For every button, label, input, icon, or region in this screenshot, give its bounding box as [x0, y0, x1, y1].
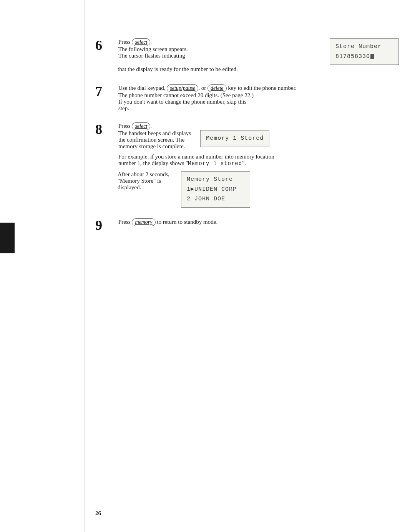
step-9-number: 9	[95, 218, 114, 232]
lcd-display-step6: Store Number 817858330	[330, 38, 399, 65]
select-key-1: select	[132, 38, 150, 46]
lcd2-line2: 1►UNIDEN CORP	[187, 185, 244, 195]
step-7-content: Use the dial keypad, setup/pause, or del…	[118, 84, 399, 112]
step-7-line2: The phone number cannot exceed 20 digits…	[118, 92, 399, 99]
step-7-line3: If you don't want to change the phone nu…	[118, 99, 399, 105]
step-8-after-section: After about 2 seconds, "Memory Store" is…	[118, 171, 399, 208]
step-6-row: 6 Press select. The following screen app…	[95, 38, 399, 65]
step-9-row: 9 Press memory to return to standby mode…	[95, 218, 399, 232]
step-8-inner: Press select. The handset beeps and disp…	[118, 122, 399, 150]
page-border	[85, 0, 85, 532]
step-8-line3: memory storage is complete.	[118, 143, 191, 150]
after-pause-line2: "Memory Store" is	[118, 178, 169, 184]
step-8-row: 8 Press select. The handset beeps and di…	[95, 122, 399, 167]
step-8-text: Press select. The handset beeps and disp…	[118, 122, 191, 150]
step-6-number: 6	[95, 38, 114, 52]
step-6-content: Press select. The following screen appea…	[118, 38, 188, 59]
lcd-display-step8-wrap: Memory 1 Stored	[200, 130, 269, 147]
page-content: 6 Press select. The following screen app…	[95, 38, 399, 243]
after-pause-line1: After about 2 seconds,	[118, 171, 169, 178]
memory-key: memory	[132, 218, 155, 226]
step-6-line1: The following screen appears.	[118, 46, 188, 53]
setup-pause-key: setup/pause	[167, 84, 198, 92]
step-6-line3: that the display is ready for the number…	[118, 65, 399, 74]
step-8-content: Press select. The handset beeps and disp…	[118, 122, 399, 167]
step-8-pause-text: After about 2 seconds, "Memory Store" is…	[118, 171, 169, 191]
step-7-line4: step.	[118, 105, 399, 112]
step-6-block: 6 Press select. The following screen app…	[95, 38, 399, 74]
lcd-display-step8-2: Memory Store 1►UNIDEN CORP 2 JOHN DOE	[181, 171, 250, 208]
lcd2-line1: Memory Store	[187, 175, 244, 185]
example-text: Memory 1 stored	[188, 160, 242, 167]
step-8-after1: For example, if you store a name and num…	[118, 154, 399, 160]
step-8-number: 8	[95, 122, 114, 136]
bookmark-tab	[0, 223, 15, 253]
step-6-line2: The cursor flashes indicating	[118, 53, 188, 59]
step-8-after2: number 1, the display shows "Memory 1 st…	[118, 160, 399, 167]
step-7-block: 7 Use the dial keypad, setup/pause, or d…	[95, 84, 399, 112]
lcd-cursor	[370, 54, 374, 59]
lcd-line2: 817858330	[335, 52, 393, 62]
lcd-step8-line1: Memory 1 Stored	[206, 134, 264, 144]
select-key-2: select	[132, 122, 150, 130]
step-8-block: 8 Press select. The handset beeps and di…	[95, 122, 399, 208]
lcd2-line3: 2 JOHN DOE	[187, 194, 244, 204]
step-8-line2: the confirmation screen. The	[118, 137, 191, 143]
step-9-block: 9 Press memory to return to standby mode…	[95, 218, 399, 232]
step-7-number: 7	[95, 84, 114, 98]
step-7-row: 7 Use the dial keypad, setup/pause, or d…	[95, 84, 399, 112]
after-pause-line3: displayed.	[118, 184, 169, 191]
step-9-content: Press memory to return to standby mode.	[118, 218, 399, 226]
page-number: 26	[95, 510, 101, 517]
lcd-line1: Store Number	[335, 42, 393, 52]
lcd-display-step8: Memory 1 Stored	[200, 130, 269, 147]
step-8-line1: The handset beeps and displays	[118, 130, 191, 137]
delete-key: delete	[208, 84, 226, 92]
